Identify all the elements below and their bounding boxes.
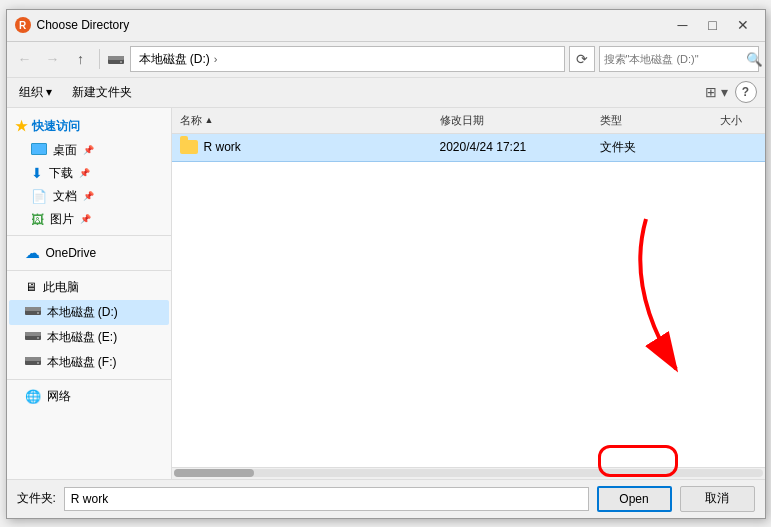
pc-icon: 🖥 xyxy=(25,280,37,294)
file-date-cell: 2020/4/24 17:21 xyxy=(432,138,592,156)
forward-button[interactable]: → xyxy=(41,47,65,71)
quick-access-header[interactable]: ★ 快速访问 xyxy=(7,114,171,139)
sidebar-item-images[interactable]: 🖼 图片 📌 xyxy=(7,208,171,231)
image-icon: 🖼 xyxy=(31,212,44,227)
svg-point-5 xyxy=(37,312,39,314)
file-list[interactable]: R work 2020/4/24 17:21 文件夹 xyxy=(172,134,765,467)
sidebar-item-onedrive[interactable]: ☁ OneDrive xyxy=(9,240,169,266)
svg-point-2 xyxy=(120,61,122,63)
divider-1 xyxy=(7,235,171,236)
svg-rect-7 xyxy=(25,332,41,336)
search-input[interactable] xyxy=(600,53,746,65)
download-icon: ⬇ xyxy=(31,165,43,181)
window-controls: ─ □ ✕ xyxy=(669,15,757,35)
svg-rect-10 xyxy=(25,357,41,361)
path-separator: › xyxy=(214,53,218,65)
view-toggle-button[interactable]: ⊞ ▾ xyxy=(705,80,729,104)
divider-3 xyxy=(7,379,171,380)
open-button[interactable]: Open xyxy=(597,486,672,512)
pin-icon-img: 📌 xyxy=(80,214,91,224)
network-icon: 🌐 xyxy=(25,389,41,404)
file-area: 名称 ▲ 修改日期 类型 大小 R work 2020/4/24 17:21 xyxy=(172,108,765,479)
minimize-button[interactable]: ─ xyxy=(669,15,697,35)
search-box: 🔍 xyxy=(599,46,759,72)
desktop-icon xyxy=(31,143,47,158)
toolbar: 组织 ▾ 新建文件夹 ⊞ ▾ ? xyxy=(7,78,765,108)
sidebar-item-documents[interactable]: 📄 文档 📌 xyxy=(7,185,171,208)
sidebar-item-network[interactable]: 🌐 网络 xyxy=(9,384,169,409)
drive-d-icon xyxy=(25,305,41,319)
col-header-date[interactable]: 修改日期 xyxy=(432,111,592,130)
new-folder-button[interactable]: 新建文件夹 xyxy=(68,82,136,103)
title-bar: R Choose Directory ─ □ ✕ xyxy=(7,10,765,42)
search-button[interactable]: 🔍 xyxy=(746,47,763,71)
svg-rect-1 xyxy=(108,56,124,60)
drive-icon xyxy=(106,52,126,66)
file-size-cell xyxy=(712,145,765,149)
dialog-window: R Choose Directory ─ □ ✕ ← → ↑ xyxy=(6,9,766,519)
up-button[interactable]: ↑ xyxy=(69,47,93,71)
path-label: 本地磁盘 (D:) xyxy=(139,51,210,68)
sidebar-item-drive-d[interactable]: 本地磁盘 (D:) xyxy=(9,300,169,325)
sidebar-item-download[interactable]: ⬇ 下载 📌 xyxy=(7,162,171,185)
svg-point-8 xyxy=(37,337,39,339)
file-name-cell: R work xyxy=(172,138,432,156)
folder-icon xyxy=(180,140,198,154)
cancel-button[interactable]: 取消 xyxy=(680,486,755,512)
divider-2 xyxy=(7,270,171,271)
col-header-size[interactable]: 大小 xyxy=(712,111,765,130)
refresh-button[interactable]: ⟳ xyxy=(569,46,595,72)
help-button[interactable]: ? xyxy=(735,81,757,103)
pin-icon-doc: 📌 xyxy=(83,191,94,201)
svg-point-11 xyxy=(37,362,39,364)
star-icon: ★ xyxy=(15,118,28,134)
main-content: ★ 快速访问 桌面 📌 ⬇ 下载 📌 📄 文档 📌 xyxy=(7,108,765,479)
sidebar-item-thispc[interactable]: 🖥 此电脑 xyxy=(9,275,169,300)
drive-f-icon xyxy=(25,355,41,369)
doc-icon: 📄 xyxy=(31,189,47,204)
horizontal-scrollbar[interactable] xyxy=(172,467,765,479)
app-icon: R xyxy=(15,17,31,33)
col-header-type[interactable]: 类型 xyxy=(592,111,712,130)
scrollbar-track xyxy=(174,469,763,477)
scrollbar-thumb[interactable] xyxy=(174,469,254,477)
sidebar-item-desktop[interactable]: 桌面 📌 xyxy=(7,139,171,162)
table-row[interactable]: R work 2020/4/24 17:21 文件夹 xyxy=(172,134,765,162)
close-button[interactable]: ✕ xyxy=(729,15,757,35)
col-header-name[interactable]: 名称 ▲ xyxy=(172,111,432,130)
svg-rect-4 xyxy=(25,307,41,311)
maximize-button[interactable]: □ xyxy=(699,15,727,35)
pin-icon: 📌 xyxy=(83,145,94,155)
file-header: 名称 ▲ 修改日期 类型 大小 xyxy=(172,108,765,134)
drive-e-icon xyxy=(25,330,41,344)
address-path[interactable]: 本地磁盘 (D:) › xyxy=(130,46,565,72)
sidebar-item-drive-f[interactable]: 本地磁盘 (F:) xyxy=(9,350,169,375)
folder-input[interactable] xyxy=(64,487,589,511)
address-bar: ← → ↑ 本地磁盘 (D:) › ⟳ 🔍 xyxy=(7,42,765,78)
bottom-bar: 文件夹: Open 取消 xyxy=(7,479,765,518)
sidebar: ★ 快速访问 桌面 📌 ⬇ 下载 📌 📄 文档 📌 xyxy=(7,108,172,479)
sort-indicator: ▲ xyxy=(205,115,214,125)
pin-icon-download: 📌 xyxy=(79,168,90,178)
back-button[interactable]: ← xyxy=(13,47,37,71)
organize-button[interactable]: 组织 ▾ xyxy=(15,82,56,103)
cloud-icon: ☁ xyxy=(25,244,40,262)
file-type-cell: 文件夹 xyxy=(592,137,712,158)
sidebar-item-drive-e[interactable]: 本地磁盘 (E:) xyxy=(9,325,169,350)
window-title: Choose Directory xyxy=(37,18,130,32)
folder-label: 文件夹: xyxy=(17,490,56,507)
